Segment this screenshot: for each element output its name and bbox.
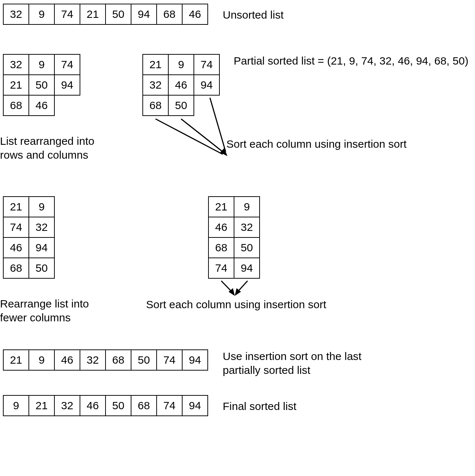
sortedCols3-labels: Partial sorted list = (21, 9, 74, 32, 46… [234,54,475,151]
svg-marker-7 [235,288,241,296]
rearranged3-grid: 32 9 74 21 50 94 68 46 [3,54,80,116]
cell: 74 [54,4,80,25]
cell: 74 [3,217,29,238]
svg-line-0 [156,119,223,154]
cell: 74 [194,54,220,75]
cell: 74 [208,258,234,279]
cell: 9 [168,54,194,75]
prefinal-grid: 21 9 46 32 68 50 74 94 [3,349,208,371]
cell: 46 [3,237,29,258]
final-grid: 9 21 32 46 50 68 74 94 [3,395,208,416]
svg-line-1 [181,119,225,153]
cell: 50 [168,95,194,116]
cell: 21 [80,4,106,25]
prefinal-label: Use insertion sort on the last partially… [223,349,383,377]
step-prefinal: 21 9 46 32 68 50 74 94 Use insertion sor… [3,349,471,377]
cell: 21 [28,395,55,416]
step-unsorted: 32 9 74 21 50 94 68 46 Unsorted list [3,4,471,25]
sortedCols3-block: 21 9 74 32 46 94 68 50 [142,54,220,116]
cell: 68 [3,258,29,279]
cell: 50 [28,258,55,279]
cell: 94 [131,4,157,25]
cell: 94 [194,74,220,96]
sortedCols2-grid: 21 9 46 32 68 50 74 94 [208,196,260,279]
cell: 21 [3,349,29,371]
cell: 21 [3,196,29,217]
cell: 68 [3,95,29,116]
cell: 32 [142,74,169,96]
partial-sorted-label: Partial sorted list = (21, 9, 74, 32, 46… [234,54,475,68]
cell: 68 [156,4,183,25]
cell: 68 [142,95,169,116]
cell: 32 [54,395,80,416]
unsorted-label: Unsorted list [223,4,284,22]
svg-marker-6 [229,288,235,296]
cell: 9 [28,4,55,25]
rearranged3-block: 32 9 74 21 50 94 68 46 List rearranged i… [3,54,102,162]
cell: 68 [105,349,131,371]
sortedCols2-block: 21 9 46 32 68 50 74 94 Sort each column … [208,196,260,279]
cell: 94 [182,395,208,416]
cell: 94 [182,349,208,371]
cell: 50 [105,4,131,25]
sortedCols3-grid: 21 9 74 32 46 94 68 50 [142,54,220,116]
cell: 94 [28,237,55,258]
sortedCols2-label: Sort each column using insertion sort [146,298,336,311]
step-final: 9 21 32 46 50 68 74 94 Final sorted list [3,395,471,416]
cell: 94 [234,258,260,279]
cell: 21 [208,196,234,217]
rearranged2-label: Rearrange list into fewer columns [0,297,95,324]
cell: 46 [208,217,234,238]
cell: 9 [28,54,55,75]
cell: 9 [28,196,55,217]
rearranged2-block: 21 9 74 32 46 94 68 50 Rearrange list in… [3,196,95,324]
cell: 68 [208,237,234,258]
cell: 46 [168,74,194,96]
cell: 9 [234,196,260,217]
step-3col: 32 9 74 21 50 94 68 46 List rearranged i… [3,54,471,174]
step-2col: 21 9 74 32 46 94 68 50 Rearrange list in… [3,196,471,328]
sortedCols3-label: Sort each column using insertion sort [226,137,407,151]
cell: 46 [54,349,80,371]
cell: 74 [156,395,183,416]
cell: 21 [142,54,169,75]
cell: 32 [80,349,106,371]
cell: 50 [131,349,157,371]
final-label: Final sorted list [223,395,296,413]
unsorted-grid: 32 9 74 21 50 94 68 46 [3,4,208,25]
cell: 50 [105,395,131,416]
cell: 68 [131,395,157,416]
cell: 9 [3,395,29,416]
cell: 74 [54,54,80,75]
cell: 50 [234,237,260,258]
rearranged2-grid: 21 9 74 32 46 94 68 50 [3,196,55,279]
cell: 74 [156,349,183,371]
cell: 32 [3,4,29,25]
cell: 46 [182,4,208,25]
cell: 32 [234,217,260,238]
cell: 9 [28,349,55,371]
cell: 46 [28,95,55,116]
cell: 46 [80,395,106,416]
cell: 50 [28,74,55,96]
svg-line-5 [237,281,248,293]
svg-line-4 [221,281,233,293]
cell: 32 [3,54,29,75]
cell: 94 [54,74,80,96]
cell: 21 [3,74,29,96]
cell: 32 [28,217,55,238]
rearranged3-label: List rearranged into rows and columns [0,134,102,162]
